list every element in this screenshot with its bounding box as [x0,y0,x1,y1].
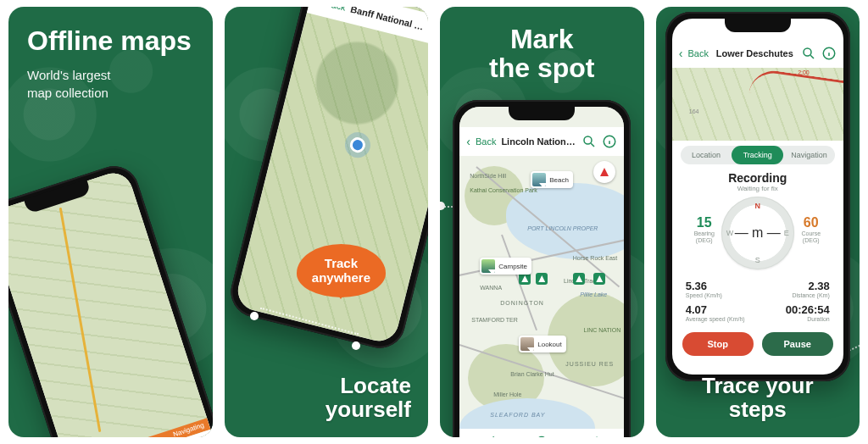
search-icon[interactable] [581,134,597,149]
speed-value: 5.36 [686,280,749,292]
course-value: 60 [787,215,835,230]
app-bottom-bar [459,429,624,437]
compass-icon[interactable] [593,161,615,183]
map-label: LINC NATION [583,327,620,333]
back-chevron-icon[interactable]: ‹ [315,7,322,8]
compass-s-label: S [755,256,760,264]
map-label: Kathai Conservation Park [470,187,537,193]
waypoint-label: Beach [549,176,569,184]
waypoint-campsite[interactable]: Campsite [480,258,531,275]
card-subtitle: World's largest map collection [8,61,135,102]
thumbnail-icon [532,173,546,186]
campsite-marker-icon[interactable] [593,273,605,285]
map-label: Miller Hole [493,391,521,397]
callout-bubble: Track anywhere [297,244,386,297]
compass-dial: N S W E — m — [721,197,794,269]
phone-mockup: 9:41 ••• ⚡︎ ‹ Back Banff National Park..… [225,7,428,353]
map-label: JUSSIEU RES [565,361,614,367]
speed-label: Speed (Km/h) [686,292,749,298]
screenshot-gallery: Offline maps World's largest map collect… [0,0,868,444]
compass-w-label: W [726,229,734,237]
header-title: Lower Deschutes [714,48,796,58]
compass-n-label: N [755,202,761,210]
distance-label: Distance (Km) [766,292,830,298]
compass-unit: m [752,225,763,240]
map-time-label: 2:00 [798,69,810,75]
map-label: Pillie Lake [580,291,607,297]
seg-location[interactable]: Location [681,146,732,164]
campsite-marker-icon[interactable] [573,273,585,285]
campsite-marker-icon[interactable] [519,273,531,285]
seg-navigation[interactable]: Navigation [783,146,835,164]
map-label: Horse Rock East [573,255,618,261]
map-elev-label: 164 [689,108,699,114]
distance-value: 2.38 [766,280,830,292]
cursor-icon[interactable] [480,436,495,437]
card-bottom-text: Locate yourself [326,374,411,422]
promo-card-offline-maps: Offline maps World's largest map collect… [8,7,213,437]
map-label: WANNA [480,285,502,291]
seg-tracking[interactable]: Tracking [732,146,783,164]
course-unit: (DEG) [787,237,835,244]
mode-segmented-control[interactable]: Location Tracking Navigation [681,146,835,164]
course-label: Course [787,230,835,237]
avgspeed-label: Average speed (Km/h) [686,316,749,322]
search-icon[interactable] [427,21,428,40]
svg-point-3 [584,136,592,144]
layers-icon[interactable] [589,436,604,437]
back-chevron-icon[interactable]: ‹ [679,47,683,60]
thumbnail-icon [520,337,534,351]
promo-card-locate-yourself: 9:41 ••• ⚡︎ ‹ Back Banff National Park..… [225,7,429,437]
phone-mockup: ‹ Back Lower Deschutes 2:00 164 Location… [665,12,850,381]
waypoint-label: Lookout [537,341,561,348]
back-chevron-icon[interactable]: ‹ [466,135,470,148]
waypoint-beach[interactable]: Beach [531,171,573,188]
park-map[interactable]: NorthSide Hill Kathai Conservation Park … [459,107,624,437]
info-icon[interactable] [602,134,617,149]
recording-title: Recording [672,171,843,185]
info-icon[interactable] [821,46,837,61]
stop-button[interactable]: Stop [682,332,754,356]
app-header: ‹ Back Lower Deschutes [672,39,843,68]
thumbnail-icon [481,259,495,273]
waypoint-label: Campsite [498,263,527,270]
card-title: Mark the spot [440,7,644,87]
app-header: ‹ Back Lincoln National Park [459,127,624,156]
header-title: Lincoln National Park [501,136,576,147]
avgspeed-value: 4.07 [686,303,749,316]
tracking-stats: 5.36 Speed (Km/h) 2.38Distance (Km) 4.07… [686,280,830,322]
tracking-map[interactable]: 2:00 164 [672,68,843,141]
duration-value: 00:26:54 [766,303,830,316]
back-button[interactable]: Back [687,48,708,58]
map-label: DONINGTON [500,300,544,306]
back-button[interactable]: Back [476,136,496,147]
promo-card-mark-the-spot: Mark the spot NorthSide Hill Kathai Cons… [440,7,644,437]
phone-mockup: NorthSide Hill Kathai Conservation Park … [453,100,631,437]
svg-point-6 [804,48,811,56]
card-bottom-text: Trace your steps [656,374,860,422]
search-icon[interactable] [801,46,816,61]
campsite-marker-icon[interactable] [536,273,548,285]
promo-card-trace-your-steps: ‹ Back Lower Deschutes 2:00 164 Location… [656,7,860,437]
card-title: Offline maps [8,7,213,61]
map-label: STAMFORD TER [471,317,518,323]
waypoint-lookout[interactable]: Lookout [519,336,565,352]
pin-icon[interactable] [534,436,549,437]
map-label: SLEAFORD BAY [490,412,545,418]
back-button[interactable]: Back [325,7,348,13]
map-label: NorthSide Hill [470,173,506,179]
duration-label: Duration [766,316,830,322]
map-label: PORT LINCOLN PROPER [527,225,598,231]
pause-button[interactable]: Pause [762,332,833,356]
map-label: Brian Clarke Hut [510,371,554,377]
phone-mockup: Navigating 51.658838, - 116.177498 [8,159,213,437]
recording-subtitle: Waiting for fix [672,185,843,192]
